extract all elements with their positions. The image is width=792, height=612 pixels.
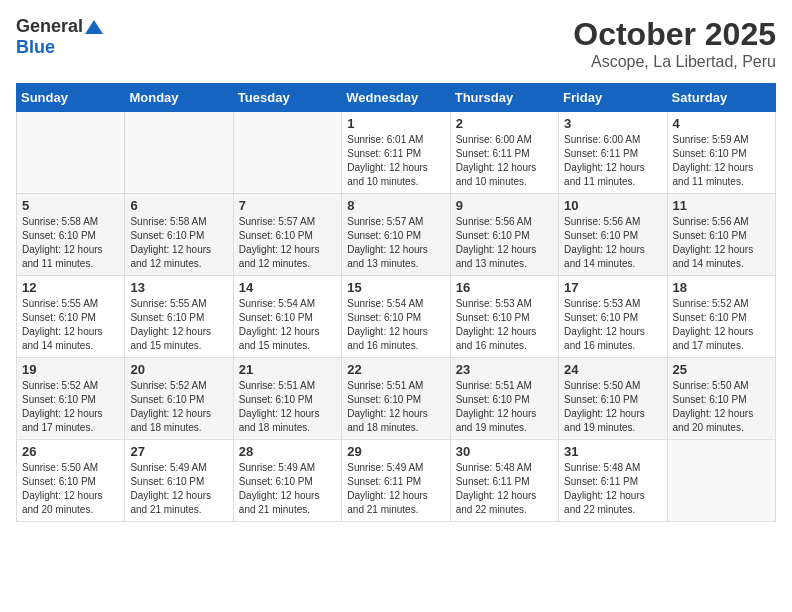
day-info: Sunrise: 5:48 AM Sunset: 6:11 PM Dayligh… — [564, 461, 661, 517]
day-number: 10 — [564, 198, 661, 213]
day-info: Sunrise: 6:00 AM Sunset: 6:11 PM Dayligh… — [564, 133, 661, 189]
day-number: 9 — [456, 198, 553, 213]
day-info: Sunrise: 5:56 AM Sunset: 6:10 PM Dayligh… — [673, 215, 770, 271]
svg-marker-0 — [85, 20, 103, 34]
calendar-week-1: 1Sunrise: 6:01 AM Sunset: 6:11 PM Daylig… — [17, 112, 776, 194]
calendar-header-tuesday: Tuesday — [233, 84, 341, 112]
calendar-cell: 17Sunrise: 5:53 AM Sunset: 6:10 PM Dayli… — [559, 276, 667, 358]
calendar-cell: 10Sunrise: 5:56 AM Sunset: 6:10 PM Dayli… — [559, 194, 667, 276]
calendar-header-monday: Monday — [125, 84, 233, 112]
calendar-cell: 28Sunrise: 5:49 AM Sunset: 6:10 PM Dayli… — [233, 440, 341, 522]
calendar-cell: 30Sunrise: 5:48 AM Sunset: 6:11 PM Dayli… — [450, 440, 558, 522]
calendar-cell: 3Sunrise: 6:00 AM Sunset: 6:11 PM Daylig… — [559, 112, 667, 194]
day-number: 8 — [347, 198, 444, 213]
calendar-cell: 18Sunrise: 5:52 AM Sunset: 6:10 PM Dayli… — [667, 276, 775, 358]
day-info: Sunrise: 5:57 AM Sunset: 6:10 PM Dayligh… — [239, 215, 336, 271]
calendar-cell: 24Sunrise: 5:50 AM Sunset: 6:10 PM Dayli… — [559, 358, 667, 440]
day-number: 19 — [22, 362, 119, 377]
calendar-cell — [667, 440, 775, 522]
day-info: Sunrise: 5:48 AM Sunset: 6:11 PM Dayligh… — [456, 461, 553, 517]
calendar-cell: 13Sunrise: 5:55 AM Sunset: 6:10 PM Dayli… — [125, 276, 233, 358]
logo-icon — [85, 18, 103, 36]
day-number: 16 — [456, 280, 553, 295]
calendar-cell: 26Sunrise: 5:50 AM Sunset: 6:10 PM Dayli… — [17, 440, 125, 522]
calendar-cell: 2Sunrise: 6:00 AM Sunset: 6:11 PM Daylig… — [450, 112, 558, 194]
calendar-week-4: 19Sunrise: 5:52 AM Sunset: 6:10 PM Dayli… — [17, 358, 776, 440]
title-block: October 2025 Ascope, La Libertad, Peru — [573, 16, 776, 71]
day-info: Sunrise: 5:50 AM Sunset: 6:10 PM Dayligh… — [673, 379, 770, 435]
logo: General Blue — [16, 16, 103, 58]
day-info: Sunrise: 5:57 AM Sunset: 6:10 PM Dayligh… — [347, 215, 444, 271]
day-info: Sunrise: 5:59 AM Sunset: 6:10 PM Dayligh… — [673, 133, 770, 189]
day-info: Sunrise: 5:53 AM Sunset: 6:10 PM Dayligh… — [564, 297, 661, 353]
day-info: Sunrise: 5:53 AM Sunset: 6:10 PM Dayligh… — [456, 297, 553, 353]
day-number: 29 — [347, 444, 444, 459]
day-number: 26 — [22, 444, 119, 459]
calendar-cell: 15Sunrise: 5:54 AM Sunset: 6:10 PM Dayli… — [342, 276, 450, 358]
logo-general: General — [16, 16, 83, 37]
day-number: 25 — [673, 362, 770, 377]
calendar-cell: 14Sunrise: 5:54 AM Sunset: 6:10 PM Dayli… — [233, 276, 341, 358]
day-number: 7 — [239, 198, 336, 213]
day-info: Sunrise: 5:58 AM Sunset: 6:10 PM Dayligh… — [22, 215, 119, 271]
calendar-cell: 23Sunrise: 5:51 AM Sunset: 6:10 PM Dayli… — [450, 358, 558, 440]
day-info: Sunrise: 5:51 AM Sunset: 6:10 PM Dayligh… — [239, 379, 336, 435]
calendar-cell — [17, 112, 125, 194]
calendar-cell: 12Sunrise: 5:55 AM Sunset: 6:10 PM Dayli… — [17, 276, 125, 358]
day-info: Sunrise: 5:55 AM Sunset: 6:10 PM Dayligh… — [22, 297, 119, 353]
calendar-subtitle: Ascope, La Libertad, Peru — [573, 53, 776, 71]
day-info: Sunrise: 5:50 AM Sunset: 6:10 PM Dayligh… — [22, 461, 119, 517]
day-info: Sunrise: 5:51 AM Sunset: 6:10 PM Dayligh… — [456, 379, 553, 435]
logo-blue: Blue — [16, 37, 55, 57]
calendar-cell: 7Sunrise: 5:57 AM Sunset: 6:10 PM Daylig… — [233, 194, 341, 276]
day-number: 14 — [239, 280, 336, 295]
calendar-cell: 16Sunrise: 5:53 AM Sunset: 6:10 PM Dayli… — [450, 276, 558, 358]
calendar-week-2: 5Sunrise: 5:58 AM Sunset: 6:10 PM Daylig… — [17, 194, 776, 276]
calendar-cell: 8Sunrise: 5:57 AM Sunset: 6:10 PM Daylig… — [342, 194, 450, 276]
day-number: 21 — [239, 362, 336, 377]
calendar-cell: 31Sunrise: 5:48 AM Sunset: 6:11 PM Dayli… — [559, 440, 667, 522]
day-number: 11 — [673, 198, 770, 213]
day-number: 17 — [564, 280, 661, 295]
calendar-cell: 22Sunrise: 5:51 AM Sunset: 6:10 PM Dayli… — [342, 358, 450, 440]
day-number: 27 — [130, 444, 227, 459]
calendar-cell: 29Sunrise: 5:49 AM Sunset: 6:11 PM Dayli… — [342, 440, 450, 522]
day-info: Sunrise: 5:52 AM Sunset: 6:10 PM Dayligh… — [673, 297, 770, 353]
day-info: Sunrise: 5:52 AM Sunset: 6:10 PM Dayligh… — [130, 379, 227, 435]
calendar-title: October 2025 — [573, 16, 776, 53]
calendar-week-3: 12Sunrise: 5:55 AM Sunset: 6:10 PM Dayli… — [17, 276, 776, 358]
calendar-header-sunday: Sunday — [17, 84, 125, 112]
day-info: Sunrise: 5:56 AM Sunset: 6:10 PM Dayligh… — [456, 215, 553, 271]
day-number: 24 — [564, 362, 661, 377]
calendar-header-friday: Friday — [559, 84, 667, 112]
day-number: 3 — [564, 116, 661, 131]
calendar-body: 1Sunrise: 6:01 AM Sunset: 6:11 PM Daylig… — [17, 112, 776, 522]
calendar-cell: 4Sunrise: 5:59 AM Sunset: 6:10 PM Daylig… — [667, 112, 775, 194]
calendar-cell: 1Sunrise: 6:01 AM Sunset: 6:11 PM Daylig… — [342, 112, 450, 194]
calendar-cell: 9Sunrise: 5:56 AM Sunset: 6:10 PM Daylig… — [450, 194, 558, 276]
calendar-cell: 25Sunrise: 5:50 AM Sunset: 6:10 PM Dayli… — [667, 358, 775, 440]
calendar-cell: 20Sunrise: 5:52 AM Sunset: 6:10 PM Dayli… — [125, 358, 233, 440]
calendar-header-saturday: Saturday — [667, 84, 775, 112]
day-number: 30 — [456, 444, 553, 459]
calendar-cell: 21Sunrise: 5:51 AM Sunset: 6:10 PM Dayli… — [233, 358, 341, 440]
day-number: 28 — [239, 444, 336, 459]
day-number: 2 — [456, 116, 553, 131]
calendar-cell: 11Sunrise: 5:56 AM Sunset: 6:10 PM Dayli… — [667, 194, 775, 276]
day-number: 13 — [130, 280, 227, 295]
calendar-cell: 27Sunrise: 5:49 AM Sunset: 6:10 PM Dayli… — [125, 440, 233, 522]
day-info: Sunrise: 5:49 AM Sunset: 6:11 PM Dayligh… — [347, 461, 444, 517]
day-info: Sunrise: 6:01 AM Sunset: 6:11 PM Dayligh… — [347, 133, 444, 189]
day-info: Sunrise: 5:56 AM Sunset: 6:10 PM Dayligh… — [564, 215, 661, 271]
day-info: Sunrise: 5:49 AM Sunset: 6:10 PM Dayligh… — [239, 461, 336, 517]
day-info: Sunrise: 5:52 AM Sunset: 6:10 PM Dayligh… — [22, 379, 119, 435]
calendar-table: SundayMondayTuesdayWednesdayThursdayFrid… — [16, 83, 776, 522]
page-header: General Blue October 2025 Ascope, La Lib… — [16, 16, 776, 71]
calendar-header-wednesday: Wednesday — [342, 84, 450, 112]
day-number: 31 — [564, 444, 661, 459]
calendar-header-thursday: Thursday — [450, 84, 558, 112]
calendar-header-row: SundayMondayTuesdayWednesdayThursdayFrid… — [17, 84, 776, 112]
calendar-week-5: 26Sunrise: 5:50 AM Sunset: 6:10 PM Dayli… — [17, 440, 776, 522]
day-info: Sunrise: 5:58 AM Sunset: 6:10 PM Dayligh… — [130, 215, 227, 271]
day-number: 1 — [347, 116, 444, 131]
